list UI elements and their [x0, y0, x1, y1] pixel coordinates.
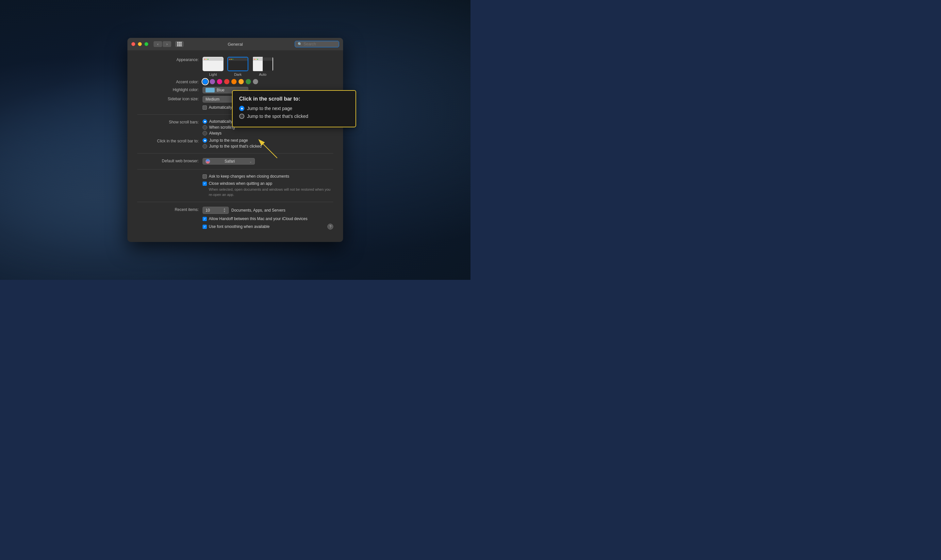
- titlebar: ‹ › General 🔍: [127, 38, 343, 50]
- recent-items-stepper[interactable]: 10 ▲ ▼: [202, 207, 229, 214]
- default-browser-dropdown[interactable]: Safari ⌄: [202, 158, 255, 165]
- tooltip-radio-next-page: [239, 106, 244, 111]
- handoff-section: Allow Handoff between this Mac and your …: [137, 217, 333, 221]
- scroll-when-label: When scrolling: [209, 125, 235, 130]
- scroll-auto-radio[interactable]: [202, 119, 207, 124]
- click-scroll-label: Click in the scroll bar to:: [137, 138, 202, 143]
- minimize-button[interactable]: [138, 42, 142, 46]
- default-browser-content: Safari ⌄: [202, 158, 333, 165]
- ask-keep-label: Ask to keep changes when closing documen…: [209, 174, 289, 178]
- default-browser-label: Default web browser:: [137, 158, 202, 163]
- click-next-page-label: Jump to the next page: [209, 138, 248, 143]
- close-windows-section: Close windows when quitting an app When …: [137, 181, 333, 197]
- appearance-option-dark[interactable]: Dark: [227, 57, 248, 76]
- click-spot-radio[interactable]: [202, 144, 207, 149]
- font-smoothing-label: Use font smoothing when available: [209, 224, 270, 229]
- chevron-down-icon: ⌄: [249, 160, 252, 163]
- scroll-when-radio[interactable]: [202, 125, 207, 130]
- tooltip-option-next-page[interactable]: Jump to the next page: [239, 106, 349, 111]
- divider-3: [137, 169, 333, 169]
- accent-graphite[interactable]: [253, 79, 258, 84]
- search-box[interactable]: 🔍: [295, 41, 339, 47]
- accent-pink[interactable]: [217, 79, 222, 84]
- recent-items-value: 10: [205, 208, 210, 212]
- recent-items-suffix: Documents, Apps, and Servers: [231, 208, 285, 212]
- click-spot-label: Jump to the spot that's clicked: [209, 144, 261, 149]
- appearance-option-auto[interactable]: Auto: [252, 57, 273, 76]
- maximize-button[interactable]: [144, 42, 148, 46]
- nav-buttons: ‹ ›: [154, 41, 171, 47]
- close-windows-label: Close windows when quitting an app: [209, 181, 272, 186]
- highlight-color-label: Highlight color:: [137, 87, 202, 92]
- tooltip-title: Click in the scroll bar to:: [239, 96, 349, 102]
- help-button[interactable]: ?: [327, 224, 333, 229]
- recent-items-label: Recent items:: [137, 207, 202, 212]
- ask-keep-section: Ask to keep changes when closing documen…: [137, 174, 333, 178]
- click-next-page-radio[interactable]: [202, 138, 207, 143]
- handoff-checkbox[interactable]: [202, 217, 207, 221]
- appearance-label-light: Light: [209, 72, 217, 76]
- stepper-arrows: ▲ ▼: [223, 208, 226, 213]
- tooltip-radio-clicked-spot: [239, 114, 244, 119]
- default-browser-section: Default web browser: Safari ⌄: [137, 158, 333, 165]
- sidebar-icon-value: Medium: [205, 97, 219, 102]
- divider-4: [137, 202, 333, 202]
- accent-color-label: Accent color:: [137, 79, 202, 84]
- highlight-color-value: Blue: [217, 88, 224, 92]
- window-title: General: [228, 42, 243, 47]
- appearance-thumb-dark: [227, 57, 248, 71]
- appearance-section: Appearance: Light: [137, 57, 333, 76]
- appearance-thumb-light: [202, 57, 224, 71]
- preferences-window: ‹ › General 🔍 Appearance:: [127, 38, 343, 242]
- search-input[interactable]: [304, 42, 336, 46]
- appearance-options: Light Dark: [202, 57, 333, 76]
- tooltip-option-clicked-spot[interactable]: Jump to the spot that’s clicked: [239, 114, 349, 119]
- font-smoothing-checkbox[interactable]: [202, 225, 207, 229]
- forward-button[interactable]: ›: [163, 41, 171, 47]
- click-scroll-section: Click in the scroll bar to: Jump to the …: [137, 138, 333, 149]
- ask-keep-checkbox[interactable]: [202, 174, 207, 178]
- accent-purple[interactable]: [210, 79, 215, 84]
- click-scroll-options: Jump to the next page Jump to the spot t…: [202, 138, 333, 149]
- handoff-label: Allow Handoff between this Mac and your …: [209, 217, 307, 221]
- accent-orange[interactable]: [231, 79, 236, 84]
- accent-red[interactable]: [224, 79, 229, 84]
- divider-2: [137, 153, 333, 154]
- accent-yellow[interactable]: [239, 79, 244, 84]
- grid-view-button[interactable]: [175, 41, 184, 47]
- accent-blue[interactable]: [202, 79, 208, 84]
- show-scroll-bars-label: Show scroll bars:: [137, 119, 202, 125]
- search-icon: 🔍: [298, 42, 302, 46]
- font-smoothing-section: Use font smoothing when available ?: [137, 224, 333, 229]
- appearance-label-auto: Auto: [259, 72, 267, 76]
- appearance-label: Appearance:: [137, 57, 202, 62]
- accent-color-options: [202, 79, 333, 84]
- scroll-always-label: Always: [209, 131, 222, 135]
- scroll-always-radio[interactable]: [202, 131, 207, 135]
- appearance-thumb-auto: [252, 57, 273, 71]
- safari-icon: [205, 159, 210, 164]
- recent-items-section: Recent items: 10 ▲ ▼ Documents, Apps, an…: [137, 207, 333, 214]
- default-browser-value: Safari: [224, 159, 234, 164]
- appearance-option-light[interactable]: Light: [202, 57, 224, 76]
- sidebar-icon-label: Sidebar icon size:: [137, 96, 202, 101]
- close-windows-hint: When selected, open documents and window…: [202, 187, 333, 197]
- auto-hide-checkbox[interactable]: [202, 105, 207, 110]
- auto-hide-label: [137, 105, 202, 106]
- close-button[interactable]: [131, 42, 135, 46]
- accent-green[interactable]: [246, 79, 251, 84]
- accent-color-section: Accent color:: [137, 79, 333, 84]
- close-windows-checkbox[interactable]: [202, 182, 207, 186]
- back-button[interactable]: ‹: [154, 41, 162, 47]
- tooltip-overlay: Click in the scroll bar to: Jump to the …: [232, 90, 356, 127]
- grid-icon: [177, 42, 182, 46]
- appearance-label-dark: Dark: [234, 72, 241, 76]
- preferences-content: Appearance: Light: [127, 50, 343, 242]
